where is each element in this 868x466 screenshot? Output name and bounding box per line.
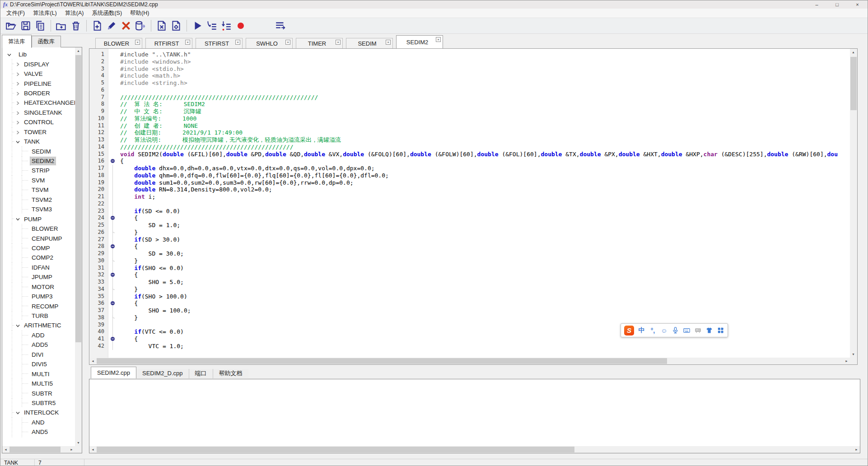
close-tab-icon[interactable]: ×: [436, 37, 441, 42]
editor-tab-timer[interactable]: TIMER×: [296, 38, 343, 48]
code-line-6[interactable]: 6: [89, 87, 850, 94]
tree-item-pipeline[interactable]: PIPELINE: [2, 79, 75, 88]
tree-item-pump3[interactable]: PUMP3: [2, 292, 75, 301]
sub-tab-4[interactable]: 帮助文档: [213, 369, 248, 378]
database-transfer-icon[interactable]: [133, 19, 148, 33]
code-line-33[interactable]: 33 SHO = 5.0;: [89, 279, 850, 286]
editor-tab-stfirst[interactable]: STFIRST×: [196, 38, 243, 48]
sidebar-vscrollbar[interactable]: ▲ ▼: [75, 47, 82, 446]
voice-mic-icon[interactable]: [672, 326, 679, 336]
output-hscrollbar[interactable]: ◄ ►: [89, 446, 860, 453]
tree-item-turb[interactable]: TURB: [2, 311, 75, 321]
tree-item-strip[interactable]: STRIP: [2, 166, 75, 175]
trash-icon[interactable]: [69, 19, 83, 33]
menu-item-5[interactable]: 帮助(H): [126, 9, 153, 18]
close-tab-icon[interactable]: ×: [336, 40, 341, 45]
code-line-42[interactable]: 42 VTC = 1.0;: [89, 343, 850, 350]
file-add-icon[interactable]: [90, 19, 104, 33]
close-button[interactable]: ×: [847, 0, 868, 9]
chevron-right-icon[interactable]: [15, 61, 20, 66]
tree-item-pump[interactable]: PUMP: [2, 214, 75, 224]
tree-item-and5[interactable]: AND5: [2, 427, 75, 437]
tree-item-multi5[interactable]: MULTI5: [2, 379, 75, 388]
chevron-right-icon[interactable]: [15, 130, 20, 135]
scroll-down-arrow[interactable]: ▼: [75, 439, 82, 446]
input-pad-icon[interactable]: [694, 326, 702, 336]
code-line-34[interactable]: 34 }: [89, 286, 850, 293]
run-play-icon[interactable]: [190, 19, 205, 33]
collapse-marker-icon[interactable]: [111, 244, 115, 248]
code-line-28[interactable]: 28 {: [89, 243, 850, 250]
code-line-20[interactable]: 20 double RN=8.314,Density=800.0,vol2=0.…: [89, 186, 850, 193]
tree-item-and[interactable]: AND: [2, 418, 75, 427]
code-line-30[interactable]: 30 }: [89, 257, 850, 265]
step-into-icon[interactable]: [205, 19, 219, 33]
scroll-right-arrow[interactable]: ►: [853, 446, 860, 453]
menu-item-4[interactable]: 系统函数(S): [88, 9, 126, 18]
tree-item-svm[interactable]: SVM: [2, 176, 75, 185]
chevron-right-icon[interactable]: [15, 120, 20, 125]
tree-item-valve[interactable]: VALVE: [2, 69, 75, 79]
tree-item-control[interactable]: CONTROL: [2, 117, 75, 127]
editor-tab-swhlo[interactable]: SWHLO×: [246, 38, 293, 48]
chevron-down-icon[interactable]: [15, 139, 20, 144]
sidebar-tab-functions[interactable]: 函数库: [32, 36, 61, 47]
editor-tab-sedim2[interactable]: SEDIM2×: [396, 35, 443, 48]
open-folder-icon[interactable]: [4, 19, 19, 33]
collapse-marker-icon[interactable]: [111, 159, 115, 163]
tree-item-add[interactable]: ADD: [2, 331, 75, 340]
code-line-21[interactable]: 21 int i;: [89, 193, 850, 200]
code-line-24[interactable]: 24 {: [89, 214, 850, 222]
scroll-thumb[interactable]: [9, 447, 61, 452]
tree-item-motor[interactable]: MOTOR: [2, 282, 75, 292]
code-line-16[interactable]: 16{: [89, 158, 850, 165]
scroll-thumb[interactable]: [75, 55, 81, 342]
code-line-35[interactable]: 35 if(SHO > 100.0): [89, 293, 850, 300]
skin-shirt-icon[interactable]: [705, 326, 713, 336]
collapse-marker-icon[interactable]: [111, 301, 115, 305]
sub-tab-1[interactable]: SEDIM2.cpp: [91, 367, 136, 378]
copy-icon[interactable]: [33, 19, 47, 33]
menu-item-3[interactable]: 算法(A): [61, 9, 88, 18]
minimize-button[interactable]: –: [807, 0, 827, 9]
sidebar-hscrollbar[interactable]: ◄ ►: [2, 446, 75, 453]
editor-tab-sedim[interactable]: SEDIM×: [346, 38, 393, 48]
code-line-11[interactable]: 11// 创 建 者: NONE: [89, 122, 850, 130]
tree-item-divi5[interactable]: DIVI5: [2, 359, 75, 369]
scroll-down-arrow[interactable]: ▼: [850, 351, 857, 358]
file-tools-icon[interactable]: [154, 19, 169, 33]
tree-item-singletank[interactable]: SINGLETANK: [2, 108, 75, 117]
close-tab-icon[interactable]: ×: [185, 40, 190, 45]
code-line-18[interactable]: 18 double qhm=0.0,dfq=0.0,flw[60]={0.0},…: [89, 172, 850, 179]
chevron-right-icon[interactable]: [15, 100, 20, 105]
chevron-right-icon[interactable]: [15, 110, 20, 115]
editor-hscrollbar[interactable]: ◄ ►: [89, 358, 850, 364]
code-editor[interactable]: 1#include "..\TANK.h"2#include <windows.…: [89, 48, 858, 365]
code-line-22[interactable]: 22: [89, 200, 850, 208]
code-line-3[interactable]: 3#include <stdio.h>: [89, 65, 850, 73]
chevron-right-icon[interactable]: [15, 71, 20, 76]
tree-item-border[interactable]: BORDER: [2, 89, 75, 98]
tree-item-add5[interactable]: ADD5: [2, 340, 75, 350]
code-line-36[interactable]: 36 {: [89, 300, 850, 307]
code-line-13[interactable]: 13// 算法说明: 模拟物理沉降罐，无汽液变化，轻质油为溢流采出，满罐溢流: [89, 136, 850, 144]
code-line-8[interactable]: 8// 算 法 名: SEDIM2: [89, 101, 850, 108]
code-line-15[interactable]: 15void SEDIM2(double (&FIL)[60],double &…: [89, 151, 850, 158]
code-line-38[interactable]: 38 }: [89, 314, 850, 322]
code-line-40[interactable]: 40 if(VTC <= 0.0): [89, 328, 850, 336]
tree-item-arithmetic[interactable]: ARITHMETIC: [2, 321, 75, 330]
tree-item-tsvm3[interactable]: TSVM3: [2, 205, 75, 214]
tree-item-blower[interactable]: BLOWER: [2, 224, 75, 233]
chevron-down-icon[interactable]: [15, 410, 20, 415]
file-settings-icon[interactable]: [169, 19, 183, 33]
code-viewport[interactable]: 1#include "..\TANK.h"2#include <windows.…: [89, 49, 850, 358]
chevron-right-icon[interactable]: [15, 91, 20, 96]
code-line-25[interactable]: 25 SD = 1.0;: [89, 222, 850, 229]
output-list-icon[interactable]: [273, 19, 288, 33]
tree-item-jpump[interactable]: JPUMP: [2, 272, 75, 282]
save-icon[interactable]: [19, 19, 33, 33]
scroll-right-arrow[interactable]: ►: [68, 446, 75, 453]
collapse-marker-icon[interactable]: [111, 337, 115, 341]
emoji-icon[interactable]: ☺: [660, 326, 668, 336]
tree-item-interlock[interactable]: INTERLOCK: [2, 408, 75, 417]
